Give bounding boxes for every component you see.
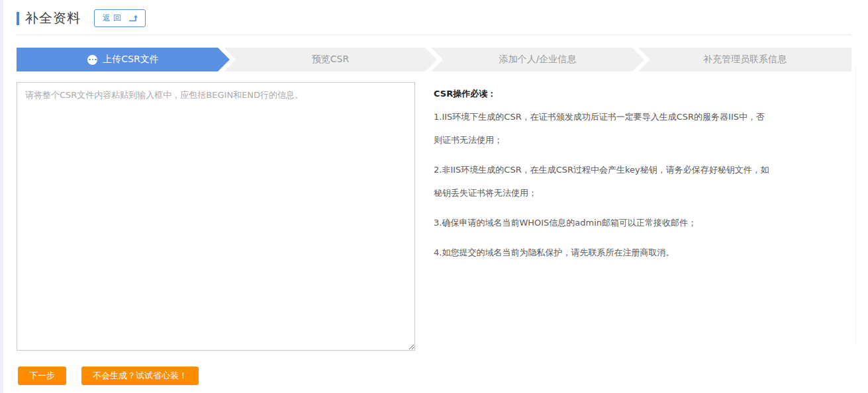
step-upload-csr-file[interactable]: 上传CSR文件 <box>17 48 230 71</box>
ellipsis-icon <box>87 55 97 65</box>
step-add-personal-company-info: 添加个人/企业信息 <box>431 48 644 71</box>
note-item: 2.非IIS环境生成的CSR，在生成CSR过程中会产生key秘钥，请务必保存好秘… <box>434 158 771 204</box>
step-label: 添加个人/企业信息 <box>499 54 577 66</box>
action-bar: 下一步 不会生成？试试省心装！ <box>17 367 851 385</box>
note-item: 1.IIS环境下生成的CSR，在证书颁发成功后证书一定要导入生成CSR的服务器I… <box>434 105 771 152</box>
stepper: 上传CSR文件 预览CSR 添加个人/企业信息 补充管理员联系信息 <box>17 48 851 71</box>
note-item: 4.如您提交的域名当前为隐私保护，请先联系所在注册商取消。 <box>434 241 771 264</box>
easy-install-button[interactable]: 不会生成？试试省心装！ <box>81 367 199 385</box>
step-preview-csr: 预览CSR <box>224 48 437 71</box>
main-content: CSR操作必读： 1.IIS环境下生成的CSR，在证书颁发成功后证书一定要导入生… <box>17 82 851 351</box>
step-admin-contact-info: 补充管理员联系信息 <box>638 48 851 71</box>
page-title: 补全资料 <box>25 9 81 27</box>
back-button[interactable]: 返回 <box>94 9 146 27</box>
page-edge-strip <box>0 0 3 393</box>
return-arrow-icon <box>128 15 138 22</box>
step-label: 上传CSR文件 <box>103 54 158 66</box>
right-edge-divider <box>855 66 856 344</box>
step-label: 预览CSR <box>312 54 349 66</box>
next-step-button[interactable]: 下一步 <box>18 367 66 385</box>
note-item: 3.确保申请的域名当前WHOIS信息的admin邮箱可以正常接收邮件； <box>434 211 771 234</box>
csr-input[interactable] <box>17 82 415 351</box>
notes-title: CSR操作必读： <box>434 82 771 105</box>
complete-info-page: 补全资料 返回 上传CSR文件 预览CSR 添加个人/企业信息 补充管理员联系信… <box>0 0 868 385</box>
page-header: 补全资料 返回 <box>17 9 851 35</box>
back-button-label: 返回 <box>103 13 124 24</box>
step-label: 补充管理员联系信息 <box>703 54 787 66</box>
title-accent-bar <box>17 12 19 25</box>
csr-notes-panel: CSR操作必读： 1.IIS环境下生成的CSR，在证书颁发成功后证书一定要导入生… <box>434 82 771 271</box>
